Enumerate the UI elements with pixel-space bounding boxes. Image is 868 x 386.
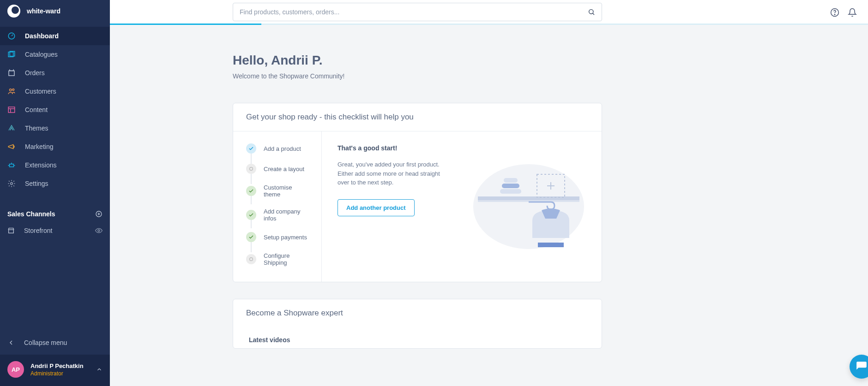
sales-channels-label: Sales Channels	[7, 210, 55, 218]
collapse-menu[interactable]: Collapse menu	[0, 333, 110, 355]
svg-point-19	[589, 9, 593, 13]
svg-point-24	[250, 258, 253, 261]
checklist-item[interactable]: Add company infos	[246, 208, 310, 222]
nav-item-themes[interactable]: Themes	[0, 119, 110, 137]
nav-item-dashboard[interactable]: Dashboard	[0, 27, 110, 45]
nav-item-catalogue[interactable]: Catalogues	[0, 45, 110, 64]
logo-icon	[7, 5, 20, 18]
orders-icon	[7, 69, 16, 77]
svg-line-20	[593, 13, 594, 14]
checklist-label: Customise theme	[264, 184, 310, 198]
checklist-label: Setup payments	[264, 234, 307, 241]
visibility-icon[interactable]	[95, 227, 102, 234]
nav-item-settings[interactable]: Settings	[0, 174, 110, 193]
search-wrap[interactable]	[233, 3, 602, 21]
checklist-connector	[251, 242, 252, 252]
circle-icon	[246, 254, 256, 264]
svg-point-13	[11, 183, 13, 185]
checklist-connector	[251, 154, 252, 164]
user-name: Andrii P Pechatkin	[30, 362, 84, 369]
svg-rect-17	[9, 230, 14, 233]
svg-point-4	[10, 89, 12, 91]
checklist-item[interactable]: Create a layout	[246, 164, 310, 174]
svg-rect-26	[478, 196, 579, 200]
check-icon	[246, 232, 256, 242]
svg-rect-30	[504, 178, 518, 183]
checklist-card: Get your shop ready - this checklist wil…	[233, 103, 602, 282]
help-icon[interactable]	[830, 8, 839, 17]
checklist-item[interactable]: Customise theme	[246, 184, 310, 198]
sidebar: white-ward DashboardCataloguesOrdersCust…	[0, 0, 110, 386]
nav-label: Marketing	[25, 143, 53, 150]
nav-item-extensions[interactable]: Extensions	[0, 156, 110, 174]
sales-channel-storefront[interactable]: Storefront	[0, 222, 110, 239]
checklist-label: Add company infos	[264, 208, 310, 222]
avatar: AP	[7, 361, 24, 378]
svg-rect-9	[10, 164, 14, 167]
collapse-icon	[7, 339, 15, 346]
catalogue-icon	[7, 50, 16, 59]
search-icon[interactable]	[588, 8, 595, 16]
checklist-label: Add a product	[264, 145, 301, 152]
user-footer[interactable]: AP Andrii P Pechatkin Administrator	[0, 355, 110, 386]
add-another-product-button[interactable]: Add another product	[338, 199, 415, 216]
collapse-label: Collapse menu	[24, 339, 67, 346]
checklist-item[interactable]: Configure Shipping	[246, 252, 310, 266]
checklist-item[interactable]: Setup payments	[246, 232, 310, 242]
marketing-icon	[7, 143, 16, 151]
nav-item-content[interactable]: Content	[0, 101, 110, 119]
search-input[interactable]	[240, 8, 588, 16]
detail-title: That's a good start!	[338, 144, 453, 152]
sales-channel-label: Storefront	[24, 227, 52, 234]
svg-point-18	[98, 230, 100, 232]
nav-label: Content	[25, 106, 48, 113]
svg-point-22	[834, 14, 835, 15]
top-actions	[830, 0, 857, 25]
nav-label: Extensions	[25, 161, 56, 169]
nav-label: Themes	[25, 125, 48, 132]
expert-title: Become a Shopware expert	[233, 299, 602, 322]
checklist-illustration	[471, 144, 586, 269]
nav-item-customers[interactable]: Customers	[0, 82, 110, 101]
add-sales-channel-icon[interactable]	[95, 210, 102, 218]
svg-rect-35	[538, 243, 564, 247]
nav-label: Orders	[25, 69, 45, 77]
extensions-icon	[7, 161, 16, 169]
checklist-detail: That's a good start! Great, you've added…	[322, 131, 602, 282]
svg-rect-6	[8, 107, 15, 113]
nav-item-orders[interactable]: Orders	[0, 64, 110, 82]
content: Hello, Andrii P. Welcome to the Shopware…	[233, 26, 602, 349]
user-role: Administrator	[30, 370, 84, 377]
main: Hello, Andrii P. Welcome to the Shopware…	[110, 26, 868, 386]
checklist-connector	[251, 174, 252, 184]
customers-icon	[7, 87, 16, 95]
checklist-column: Add a productCreate a layoutCustomise th…	[233, 131, 322, 282]
svg-rect-29	[502, 184, 519, 188]
expert-card: Become a Shopware expert Latest videos	[233, 299, 602, 349]
storefront-icon	[7, 227, 15, 234]
check-icon	[246, 186, 256, 196]
check-icon	[246, 143, 256, 154]
checklist-title: Get your shop ready - this checklist wil…	[233, 103, 602, 131]
welcome-text: Welcome to the Shopware Community!	[233, 72, 602, 80]
detail-body: Great, you've added your first product. …	[338, 160, 453, 187]
checklist-label: Create a layout	[264, 166, 304, 172]
nav-list: DashboardCataloguesOrdersCustomersConten…	[0, 27, 110, 193]
topbar	[110, 0, 868, 25]
chevron-up-icon	[96, 366, 102, 373]
svg-point-23	[250, 167, 253, 171]
content-icon	[7, 106, 16, 114]
nav-item-marketing[interactable]: Marketing	[0, 137, 110, 156]
expert-subhead: Latest videos	[233, 322, 602, 348]
nav-label: Customers	[25, 88, 56, 95]
svg-point-5	[12, 89, 14, 90]
themes-icon	[7, 124, 16, 132]
check-icon	[246, 210, 256, 220]
nav-label: Dashboard	[25, 32, 59, 40]
bell-icon[interactable]	[848, 8, 857, 17]
checklist-item[interactable]: Add a product	[246, 143, 310, 154]
svg-rect-3	[9, 71, 14, 76]
nav-label: Settings	[25, 180, 48, 187]
checklist: Add a productCreate a layoutCustomise th…	[246, 143, 310, 266]
sidebar-header: white-ward	[0, 0, 110, 27]
